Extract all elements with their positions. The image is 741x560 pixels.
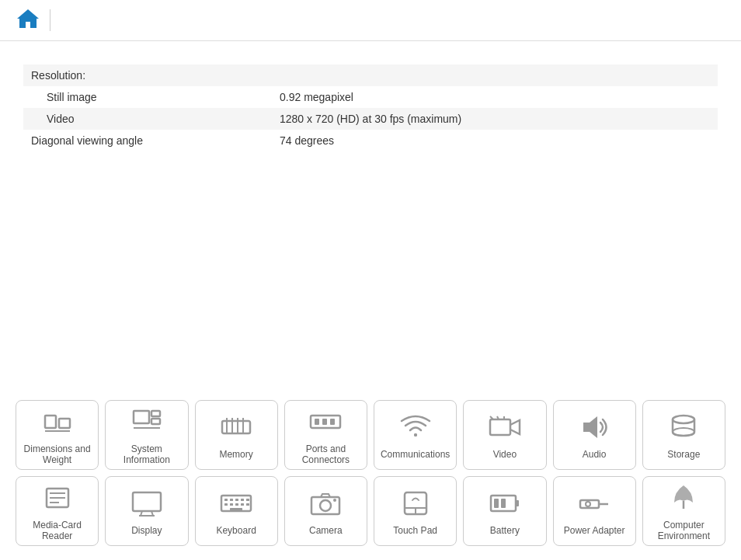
main-content: Resolution:Still image0.92 megapixelVide… [0, 41, 741, 167]
svg-rect-47 [246, 503, 249, 506]
nav-item-dimensions-weight[interactable]: Dimensions and Weight [16, 400, 99, 470]
svg-rect-57 [501, 499, 506, 508]
nav-item-battery[interactable]: Battery [463, 476, 546, 546]
svg-rect-56 [494, 499, 499, 508]
ports-icon [308, 405, 343, 439]
display-icon [130, 486, 164, 520]
nav-label-video: Video [493, 449, 517, 460]
nav-label-system-information: System Information [109, 443, 184, 466]
svg-rect-37 [224, 499, 228, 501]
nav-item-system-information[interactable]: System Information [105, 400, 188, 470]
svg-point-26 [673, 416, 694, 423]
battery-icon [488, 486, 522, 520]
app-header [0, 0, 741, 41]
nav-label-battery: Battery [490, 525, 520, 536]
nav-label-communications: Communications [381, 449, 450, 460]
nav-label-audio: Audio [583, 449, 607, 460]
svg-rect-55 [516, 500, 519, 506]
svg-rect-43 [230, 503, 233, 506]
nav-row-1: Dimensions and Weight System Information… [16, 400, 725, 470]
environment-icon [666, 481, 701, 515]
camera-icon [308, 486, 343, 520]
nav-item-media-card-reader[interactable]: Media-Card Reader [16, 476, 99, 546]
nav-item-display[interactable]: Display [105, 476, 188, 546]
system-icon [130, 405, 164, 439]
svg-rect-0 [45, 416, 56, 428]
svg-rect-17 [315, 419, 319, 425]
nav-item-camera-nav[interactable]: Camera [284, 476, 367, 546]
svg-rect-38 [230, 499, 233, 501]
svg-rect-32 [133, 492, 161, 511]
header-left [16, 8, 60, 33]
nav-label-computer-environment: Computer Environment [646, 520, 722, 542]
svg-point-20 [414, 433, 417, 437]
header-divider [50, 9, 50, 31]
nav-label-storage: Storage [667, 449, 700, 460]
nav-item-communications[interactable]: Communications [374, 400, 457, 470]
home-icon[interactable] [16, 8, 40, 33]
svg-rect-39 [235, 499, 238, 501]
keyboard-icon [219, 486, 253, 520]
svg-rect-41 [246, 499, 249, 501]
nav-label-keyboard: Keyboard [216, 525, 256, 536]
svg-marker-25 [583, 416, 597, 438]
svg-rect-18 [322, 419, 327, 425]
nav-item-ports-connectors[interactable]: Ports and Connectors [284, 400, 367, 470]
dimensions-icon [40, 405, 75, 439]
memory-icon [219, 410, 253, 444]
svg-rect-3 [134, 411, 149, 423]
storage-icon [666, 410, 701, 444]
nav-item-touch-pad[interactable]: Touch Pad [374, 476, 457, 546]
nav-label-touch-pad: Touch Pad [393, 525, 437, 536]
nav-item-power-adapter[interactable]: Power Adapter [553, 476, 636, 546]
svg-rect-40 [241, 499, 244, 501]
svg-rect-44 [230, 508, 242, 510]
video-icon [488, 410, 522, 444]
nav-item-computer-environment[interactable]: Computer Environment [642, 476, 725, 546]
mediacard-icon [40, 481, 75, 515]
svg-point-49 [320, 500, 331, 511]
nav-label-power-adapter: Power Adapter [564, 525, 625, 536]
nav-item-storage[interactable]: Storage [642, 400, 725, 470]
nav-label-ports-connectors: Ports and Connectors [288, 443, 364, 466]
bottom-nav: Dimensions and Weight System Information… [0, 392, 741, 560]
svg-rect-45 [235, 503, 238, 506]
svg-rect-21 [490, 419, 510, 435]
svg-rect-1 [59, 419, 70, 428]
nav-item-keyboard[interactable]: Keyboard [195, 476, 278, 546]
touchpad-icon [398, 486, 433, 520]
specs-table: Resolution:Still image0.92 megapixelVide… [23, 64, 718, 151]
nav-label-display: Display [131, 525, 162, 536]
svg-rect-19 [330, 419, 335, 425]
power-icon [577, 486, 611, 520]
nav-row-2: Media-Card Reader Display Keyboard Camer… [16, 476, 725, 546]
nav-label-camera-nav: Camera [309, 525, 343, 536]
nav-label-memory: Memory [219, 449, 252, 460]
nav-item-video[interactable]: Video [463, 400, 546, 470]
nav-item-audio[interactable]: Audio [553, 400, 636, 470]
svg-rect-4 [151, 411, 160, 416]
svg-rect-5 [151, 419, 160, 424]
svg-point-50 [333, 499, 336, 502]
svg-point-60 [586, 502, 590, 506]
audio-icon [577, 410, 611, 444]
nav-label-dimensions-weight: Dimensions and Weight [19, 443, 95, 466]
nav-label-media-card-reader: Media-Card Reader [19, 520, 95, 542]
svg-rect-46 [241, 503, 244, 506]
nav-item-memory[interactable]: Memory [195, 400, 278, 470]
wifi-icon [398, 410, 433, 444]
svg-point-27 [673, 428, 694, 436]
svg-rect-42 [224, 503, 228, 506]
